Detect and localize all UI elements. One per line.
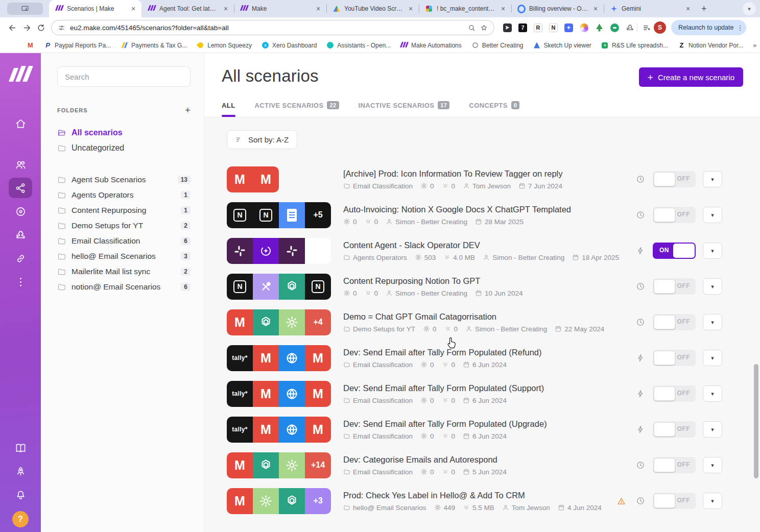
sidebar-item-compass-icon[interactable]: [9, 201, 32, 222]
scrollbar-thumb[interactable]: [754, 364, 758, 478]
scenario-row[interactable]: MM[Archive] Prod: Icon Information To Re…: [227, 166, 760, 192]
help-button[interactable]: ?: [12, 511, 29, 527]
row-menu-button[interactable]: ▾: [703, 243, 722, 259]
folder-item[interactable]: hello@ Email Scenarios3: [57, 249, 191, 264]
bookmarks-overflow-icon[interactable]: »: [753, 41, 756, 49]
scenario-row[interactable]: NN+5Auto-Invoicing: Notion X Google Docs…: [227, 202, 760, 228]
screen-share-indicator-icon[interactable]: [7, 3, 43, 15]
scenario-row[interactable]: tally*MMDev: Send Email after Tally Form…: [227, 380, 760, 407]
row-menu-button[interactable]: ▾: [703, 350, 722, 366]
scenario-title[interactable]: [Archive] Prod: Icon Information To Revi…: [343, 169, 628, 179]
bookmark-item[interactable]: Make Automations: [400, 41, 462, 49]
scenario-title[interactable]: Auto-Invoicing: Notion X Google Docs X C…: [343, 205, 628, 214]
tab-all[interactable]: ALL: [222, 101, 235, 117]
folder-item[interactable]: Agent Sub Scenarios13: [57, 172, 191, 187]
blue-extension-icon[interactable]: [564, 23, 574, 33]
scenario-row[interactable]: M+14Dev: Categorise Emails and Autorespo…: [227, 452, 760, 478]
scenario-toggle[interactable]: OFF: [653, 385, 696, 402]
close-icon[interactable]: ×: [314, 5, 322, 13]
tab-inactive-scenarios[interactable]: INACTIVE SCENARIOS17: [359, 101, 450, 117]
row-menu-button[interactable]: ▾: [703, 493, 722, 509]
close-icon[interactable]: ×: [591, 5, 600, 13]
back-button[interactable]: [5, 20, 19, 35]
bookmark-item[interactable]: M: [27, 41, 34, 49]
row-menu-button[interactable]: ▾: [703, 207, 722, 223]
close-icon[interactable]: ×: [499, 5, 507, 13]
sidebar-item-home-icon[interactable]: [9, 113, 32, 134]
url-bar[interactable]: eu2.make.com/451465/scenarios?folder=all…: [51, 20, 494, 35]
browser-tab[interactable]: ! bc_make_content_agent×: [419, 0, 511, 17]
bookmark-item[interactable]: ZNotion Vendor Por...: [678, 41, 743, 49]
row-menu-button[interactable]: ▾: [703, 171, 722, 187]
row-menu-button[interactable]: ▾: [703, 421, 722, 438]
sidebar-item-link-icon[interactable]: [9, 248, 32, 269]
sidebar-book-icon[interactable]: [9, 438, 32, 458]
sidebar-item-share-icon[interactable]: [9, 178, 32, 198]
sidebar-item-puzzle-icon[interactable]: [9, 225, 32, 245]
scenario-row[interactable]: NNContent Repurposing Notion To GPT00Sim…: [227, 273, 760, 300]
folder-item[interactable]: Agents Operators1: [57, 187, 191, 203]
relaunch-button[interactable]: Relaunch to update ⋮: [671, 20, 746, 35]
sidebar-item-users-icon[interactable]: [9, 154, 32, 175]
browser-tab[interactable]: Agent Tool: Get latest Vide×: [141, 0, 234, 17]
scenario-row[interactable]: tally*MMDev: Send Email after Tally Form…: [227, 345, 760, 371]
site-settings-icon[interactable]: [58, 24, 65, 32]
puzzle-extension-icon[interactable]: [625, 23, 635, 33]
browser-tab[interactable]: Billing overview - OpenAI×: [511, 0, 604, 17]
sidebar-rocket-icon[interactable]: [9, 461, 32, 481]
bookmark-item[interactable]: Payments & Tax G...: [121, 41, 187, 49]
scenario-toggle[interactable]: OFF: [653, 493, 696, 509]
folder-item[interactable]: Uncategorized: [57, 140, 191, 156]
folder-item[interactable]: Content Repurposing1: [57, 203, 191, 218]
scenario-toggle[interactable]: OFF: [653, 457, 696, 473]
browser-tab[interactable]: Make×: [234, 0, 326, 17]
profile-avatar[interactable]: S: [654, 21, 666, 34]
scenario-title[interactable]: Content Repurposing Notion To GPT: [343, 276, 628, 286]
scenario-toggle[interactable]: OFF: [653, 171, 696, 187]
close-icon[interactable]: ×: [222, 5, 230, 13]
bookmark-item[interactable]: xXero Dashboard: [262, 41, 317, 49]
browser-tab[interactable]: Scenarios | Make×: [49, 0, 141, 17]
scenario-toggle[interactable]: ON: [653, 243, 696, 259]
forward-button[interactable]: [19, 20, 34, 35]
green-extension-icon[interactable]: [610, 23, 620, 33]
scenario-row[interactable]: Content Agent - Slack Operator DEVAgents…: [227, 237, 760, 264]
bookmark-item[interactable]: Better Creating: [471, 41, 524, 49]
refresh-button[interactable]: [34, 20, 48, 35]
folder-item[interactable]: Demo Setups for YT2: [57, 218, 191, 233]
browser-tab[interactable]: YouTube Video Scripts - G×: [326, 0, 419, 17]
scenario-title[interactable]: Demo = Chat GPT Gmail Catagorrisation: [343, 312, 628, 322]
folder-item[interactable]: notion@ Email Scenarios6: [57, 279, 191, 295]
make-logo[interactable]: [10, 63, 31, 82]
scenario-toggle[interactable]: OFF: [653, 421, 696, 438]
scenario-row[interactable]: M+4Demo = Chat GPT Gmail Catagorrisation…: [227, 309, 760, 335]
tab-active-scenarios[interactable]: ACTIVE SCENARIOS22: [254, 101, 339, 117]
row-menu-button[interactable]: ▾: [703, 385, 722, 402]
folder-item[interactable]: All scenarios: [57, 125, 191, 140]
sidebar-item-dots-icon[interactable]: [9, 272, 32, 292]
scenario-row[interactable]: M+3Prod: Check Yes Label in Hello@ & Add…: [227, 488, 760, 514]
bookmark-item[interactable]: Assistants - Open...: [326, 41, 391, 49]
swirl-extension-icon[interactable]: [579, 23, 589, 33]
bookmark-star-icon[interactable]: [480, 24, 488, 32]
bookmark-item[interactable]: Sketch Up viewer: [533, 41, 591, 49]
search-input[interactable]: [57, 66, 191, 87]
scenario-title[interactable]: Dev: Send Email after Tally Form Populat…: [343, 348, 628, 357]
folder-item[interactable]: Mailerlite Mail list sync2: [57, 264, 191, 279]
sidebar-bell-icon[interactable]: [9, 485, 32, 505]
search-icon[interactable]: [468, 24, 476, 32]
bookmark-item[interactable]: PPaypal Reports Pa...: [44, 41, 111, 49]
scenario-toggle[interactable]: OFF: [653, 314, 696, 330]
scenario-toggle[interactable]: OFF: [653, 207, 696, 223]
close-icon[interactable]: ×: [684, 5, 692, 13]
folder-item[interactable]: Email Classification6: [57, 233, 191, 249]
scenario-title[interactable]: Dev: Send Email after Tally Form Populat…: [343, 383, 628, 393]
browser-tab[interactable]: Gemini×: [604, 0, 696, 17]
r-extension-icon[interactable]: R: [533, 23, 543, 33]
close-icon[interactable]: ×: [407, 5, 415, 13]
tree-extension-icon[interactable]: [595, 23, 604, 33]
add-folder-button[interactable]: +: [185, 105, 191, 115]
bookmark-item[interactable]: Lemon Squeezy: [197, 41, 252, 49]
scenario-title[interactable]: Content Agent - Slack Operator DEV: [343, 240, 628, 250]
sort-button[interactable]: Sort by: A-Z: [227, 130, 297, 149]
